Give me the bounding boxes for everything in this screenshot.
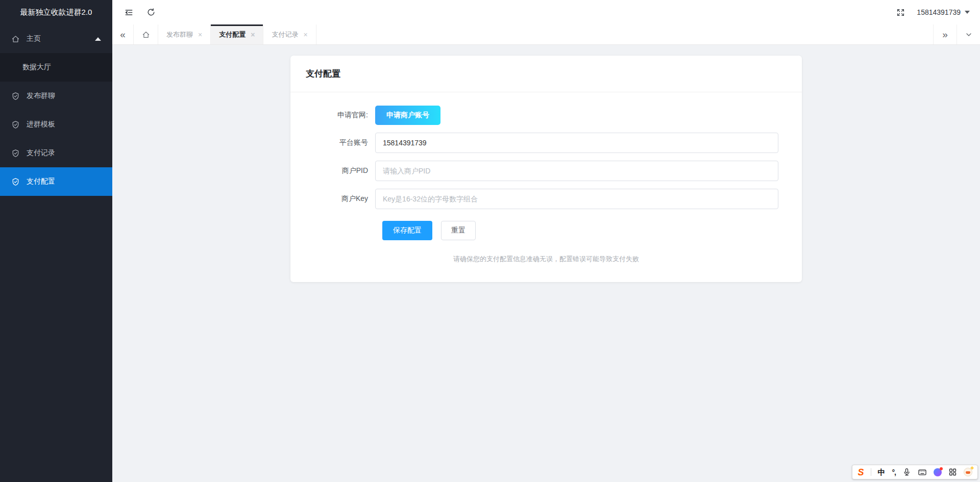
fullscreen-button[interactable] <box>889 0 912 24</box>
ime-toolbar: S 中 °, <box>852 465 978 479</box>
form-row-key: 商户Key <box>306 189 787 209</box>
tabs-scroll-left-button[interactable]: « <box>112 24 134 44</box>
sidebar: 最新独立收款进群2.0 主页 数据大厅 发布群聊 进群模板 <box>0 0 112 482</box>
sidebar-item-payment-config[interactable]: 支付配置 <box>0 167 112 196</box>
form-row-apply: 申请官网: 申请商户账号 <box>306 106 787 125</box>
close-icon[interactable]: × <box>303 31 307 38</box>
tab-payment-config[interactable]: 支付配置 × <box>211 24 263 44</box>
chevron-down-icon <box>965 31 973 39</box>
sidebar-item-publish-group[interactable]: 发布群聊 <box>0 82 112 110</box>
sidebar-item-label: 进群模板 <box>27 120 55 129</box>
tab-home[interactable] <box>134 24 158 44</box>
sidebar-item-label: 数据大厅 <box>22 63 51 72</box>
apply-site-label: 申请官网: <box>306 111 375 120</box>
tab-label: 支付配置 <box>219 30 246 39</box>
merchant-pid-input[interactable] <box>375 161 778 181</box>
home-icon <box>11 35 20 43</box>
tab-publish-group[interactable]: 发布群聊 × <box>158 24 211 44</box>
card-header: 支付配置 <box>290 56 802 92</box>
double-chevron-left-icon: « <box>120 29 126 40</box>
shield-check-icon <box>11 149 20 158</box>
tab-payment-records[interactable]: 支付记录 × <box>263 24 316 44</box>
ai-assistant-icon[interactable] <box>934 468 942 476</box>
fullscreen-icon <box>896 8 905 17</box>
sidebar-menu: 主页 数据大厅 发布群聊 进群模板 支付记录 <box>0 24 112 196</box>
form-row-pid: 商户PID <box>306 161 787 181</box>
mascot-face <box>966 471 970 474</box>
sparkle-icon <box>970 466 974 470</box>
sidebar-item-label: 支付记录 <box>27 148 55 158</box>
save-config-button[interactable]: 保存配置 <box>382 221 432 240</box>
double-chevron-right-icon: » <box>942 29 948 40</box>
content-area: 支付配置 申请官网: 申请商户账号 平台账号 商户PID 商户Key 保存配置 <box>112 45 980 482</box>
sidebar-submenu: 数据大厅 <box>0 53 112 82</box>
platform-account-label: 平台账号 <box>306 138 375 147</box>
mascot-icon[interactable] <box>964 468 972 476</box>
sidebar-item-label: 支付配置 <box>27 177 55 186</box>
tabbar-spacer <box>316 24 933 44</box>
tabs-menu-button[interactable] <box>957 24 980 44</box>
config-warning-note: 请确保您的支付配置信息准确无误，配置错误可能导致支付失败 <box>306 255 787 264</box>
tabs-scroll-right-button[interactable]: » <box>933 24 957 44</box>
topbar: 15814391739 <box>112 0 980 24</box>
sidebar-item-label: 主页 <box>27 34 41 43</box>
shield-check-icon <box>11 120 20 129</box>
user-dropdown[interactable]: 15814391739 <box>912 0 980 24</box>
refresh-icon <box>146 8 156 17</box>
sidebar-item-label: 发布群聊 <box>27 91 55 100</box>
app-title: 最新独立收款进群2.0 <box>0 0 112 24</box>
shield-check-icon <box>11 177 20 186</box>
apply-merchant-account-button[interactable]: 申请商户账号 <box>375 106 440 125</box>
tab-label: 支付记录 <box>272 30 298 39</box>
platform-account-input[interactable] <box>375 133 778 153</box>
reset-button[interactable]: 重置 <box>441 221 476 240</box>
form-row-account: 平台账号 <box>306 133 787 153</box>
home-icon <box>142 31 150 39</box>
payment-config-form: 申请官网: 申请商户账号 平台账号 商户PID 商户Key 保存配置 重置 请确… <box>290 92 802 282</box>
sogou-logo-icon[interactable]: S <box>857 468 864 477</box>
sidebar-item-group-template[interactable]: 进群模板 <box>0 110 112 139</box>
microphone-icon[interactable] <box>902 468 911 476</box>
payment-config-card: 支付配置 申请官网: 申请商户账号 平台账号 商户PID 商户Key 保存配置 <box>290 56 802 282</box>
toolbox-grid-icon[interactable] <box>948 468 957 476</box>
close-icon[interactable]: × <box>251 31 255 38</box>
collapse-sidebar-button[interactable] <box>117 0 140 24</box>
keyboard-icon[interactable] <box>918 468 927 477</box>
form-actions: 保存配置 重置 <box>382 221 787 240</box>
merchant-key-label: 商户Key <box>306 194 375 204</box>
punctuation-mode-icon[interactable]: °, <box>892 469 896 476</box>
page-title: 支付配置 <box>306 69 340 79</box>
chinese-mode-icon[interactable]: 中 <box>878 468 886 476</box>
shield-check-icon <box>11 92 20 100</box>
refresh-button[interactable] <box>140 0 162 24</box>
tab-label: 发布群聊 <box>166 30 193 39</box>
username: 15814391739 <box>917 8 961 16</box>
sidebar-item-home[interactable]: 主页 <box>0 24 112 53</box>
caret-down-icon <box>965 11 970 14</box>
sidebar-item-data-hall[interactable]: 数据大厅 <box>0 53 112 82</box>
caret-up-icon <box>95 37 101 41</box>
sidebar-item-payment-records[interactable]: 支付记录 <box>0 139 112 167</box>
merchant-pid-label: 商户PID <box>306 166 375 175</box>
ime-divider <box>871 468 871 476</box>
tabbar: « 发布群聊 × 支付配置 × 支付记录 × » <box>112 24 980 45</box>
close-icon[interactable]: × <box>198 31 202 38</box>
merchant-key-input[interactable] <box>375 189 778 209</box>
collapse-menu-icon <box>124 8 134 17</box>
